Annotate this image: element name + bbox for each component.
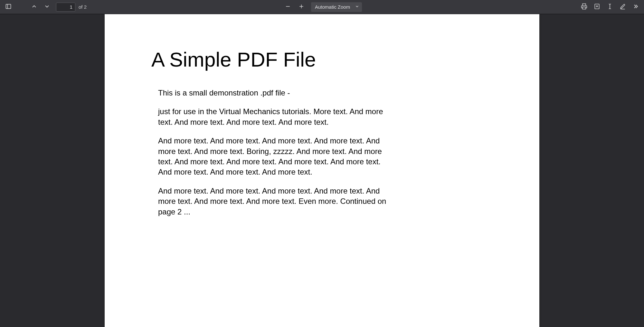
chevron-up-icon bbox=[31, 3, 37, 11]
text-tool-button[interactable] bbox=[604, 1, 616, 13]
svg-rect-5 bbox=[582, 7, 586, 9]
svg-rect-0 bbox=[6, 4, 11, 8]
chevron-down-icon bbox=[44, 3, 50, 11]
zoom-out-button[interactable] bbox=[282, 1, 294, 13]
pdf-toolbar: of 2 Automatic Zoom bbox=[0, 0, 644, 14]
chevron-double-right-icon bbox=[632, 3, 639, 11]
page-count-label: of 2 bbox=[79, 4, 87, 10]
toggle-sidebar-button[interactable] bbox=[3, 1, 14, 13]
previous-page-button[interactable] bbox=[28, 1, 40, 13]
zoom-select[interactable]: Automatic Zoom bbox=[315, 4, 359, 10]
download-icon bbox=[594, 3, 600, 11]
pdf-page: A Simple PDF File This is a small demons… bbox=[105, 14, 539, 327]
plus-icon bbox=[298, 3, 305, 11]
sidebar-icon bbox=[5, 3, 12, 11]
toolbar-right-group bbox=[578, 1, 641, 13]
minus-icon bbox=[285, 3, 291, 11]
zoom-select-wrapper[interactable]: Automatic Zoom bbox=[311, 2, 362, 12]
zoom-in-button[interactable] bbox=[296, 1, 307, 13]
document-title: A Simple PDF File bbox=[151, 48, 491, 71]
toolbar-left-group: of 2 bbox=[3, 1, 87, 13]
pencil-icon bbox=[620, 3, 626, 11]
document-paragraph: just for use in the Virtual Mechanics tu… bbox=[158, 106, 388, 127]
text-cursor-icon bbox=[607, 3, 613, 11]
print-icon bbox=[581, 3, 587, 11]
toolbar-center-group: Automatic Zoom bbox=[282, 1, 362, 13]
next-page-button[interactable] bbox=[41, 1, 53, 13]
print-button[interactable] bbox=[578, 1, 590, 13]
pdf-viewer-area[interactable]: A Simple PDF File This is a small demons… bbox=[0, 14, 644, 327]
document-paragraph: This is a small demonstration .pdf file … bbox=[158, 88, 388, 98]
draw-tool-button[interactable] bbox=[617, 1, 629, 13]
tools-menu-button[interactable] bbox=[630, 1, 641, 13]
document-paragraph: And more text. And more text. And more t… bbox=[158, 186, 388, 217]
document-paragraph: And more text. And more text. And more t… bbox=[158, 136, 388, 177]
page-number-input[interactable] bbox=[56, 3, 75, 12]
download-button[interactable] bbox=[591, 1, 603, 13]
